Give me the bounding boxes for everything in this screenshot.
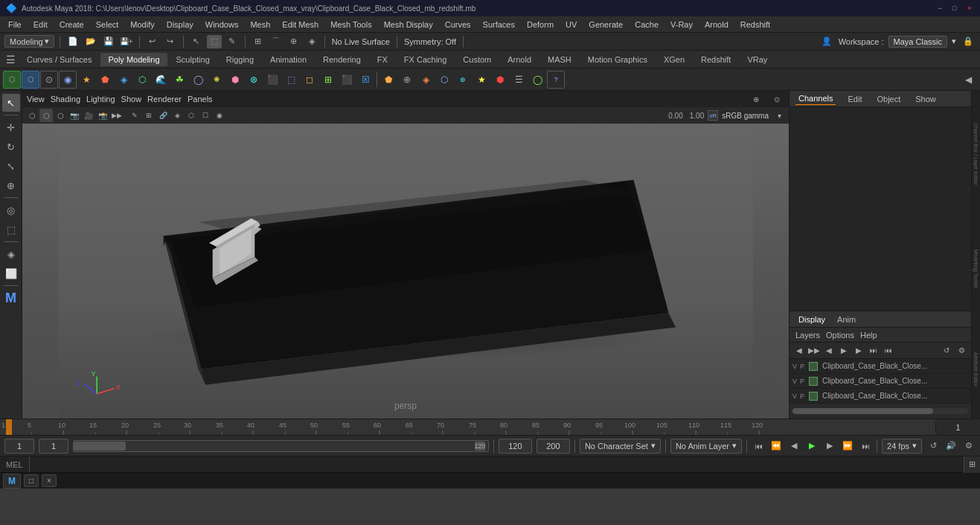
vp-xray-btn[interactable]: ◉: [213, 109, 226, 122]
layer-back-btn[interactable]: ◀: [792, 344, 806, 357]
universal-manip-button[interactable]: ⊕: [2, 176, 20, 194]
viewport[interactable]: View Shading Lighting Show Renderer Pane…: [22, 91, 789, 419]
layers-menu[interactable]: Layers: [795, 331, 820, 340]
vp-tool-1[interactable]: ⬡: [25, 109, 39, 122]
save-as-icon[interactable]: 💾+: [119, 35, 134, 48]
shelf-icon-18[interactable]: ⊞: [319, 71, 337, 89]
minimize-task-btn[interactable]: □: [24, 474, 39, 487]
shelf-icon-28[interactable]: ☰: [510, 71, 528, 89]
vp-isolate-btn[interactable]: ◈: [170, 109, 184, 122]
select-tool-button[interactable]: ↖: [2, 94, 20, 112]
open-scene-icon[interactable]: 📂: [83, 35, 98, 48]
shelf-icon-27[interactable]: ⬢: [491, 71, 509, 89]
transport-go-start[interactable]: ⏮: [752, 439, 765, 453]
mel-script-editor-btn[interactable]: ⊞: [964, 456, 980, 473]
module-menu-icon[interactable]: ☰: [3, 53, 18, 66]
menu-display[interactable]: Display: [161, 19, 199, 31]
shelf-icon-2[interactable]: ⬡: [22, 71, 39, 89]
shelf-icon-29[interactable]: ◯: [528, 71, 546, 89]
menu-file[interactable]: File: [3, 19, 27, 31]
help-menu[interactable]: Help: [860, 331, 877, 340]
menu-mesh-display[interactable]: Mesh Display: [379, 19, 438, 31]
lasso-select-icon[interactable]: ⬚: [207, 35, 222, 48]
current-frame-left[interactable]: 1: [39, 439, 68, 454]
shelf-icon-9[interactable]: 🌊: [152, 71, 170, 89]
end-frame-num[interactable]: 200: [537, 439, 570, 454]
vp-smooth-btn[interactable]: ⬡: [185, 109, 198, 122]
save-scene-icon[interactable]: 💾: [101, 35, 116, 48]
anim-layer-dropdown[interactable]: No Anim Layer ▾: [670, 439, 742, 454]
select-tool-icon[interactable]: ↖: [189, 35, 204, 48]
soft-select-button[interactable]: ◎: [2, 201, 20, 219]
tab-animation[interactable]: Animation: [263, 53, 314, 66]
viewport-menu-renderer[interactable]: Renderer: [147, 95, 182, 104]
tab-poly-modeling[interactable]: Poly Modeling: [100, 53, 167, 66]
shelf-icon-30[interactable]: ?: [547, 71, 565, 89]
layer-fwd2-btn[interactable]: ▶: [837, 344, 851, 357]
menu-mesh[interactable]: Mesh: [245, 19, 275, 31]
scene-3d[interactable]: X Y Z persp: [22, 124, 789, 419]
menu-modify[interactable]: Modify: [125, 19, 159, 31]
shelf-icon-25[interactable]: ⊛: [454, 71, 472, 89]
shelf-icon-22[interactable]: ⊕: [398, 71, 416, 89]
menu-create[interactable]: Create: [54, 19, 89, 31]
shelf-icon-1[interactable]: ⬡: [3, 71, 21, 89]
maya-logo[interactable]: M: [2, 289, 20, 307]
edit-tab[interactable]: Edit: [845, 93, 865, 105]
shelf-icon-16[interactable]: ⬚: [282, 71, 300, 89]
shelf-icon-21[interactable]: ⬟: [379, 71, 397, 89]
char-set-dropdown[interactable]: No Character Set ▾: [580, 439, 661, 454]
tab-fx[interactable]: FX: [370, 53, 395, 66]
vp-snap-btn[interactable]: 🔗: [156, 109, 170, 122]
shelf-icon-14[interactable]: ⊛: [245, 71, 263, 89]
rotate-tool-button[interactable]: ↻: [2, 138, 20, 156]
shelf-icon-24[interactable]: ⬡: [435, 71, 453, 89]
layer-play-btn[interactable]: ▶: [852, 344, 865, 357]
menu-arnold[interactable]: Arnold: [699, 19, 734, 31]
layer-fwd-btn[interactable]: ▶▶: [807, 344, 821, 357]
vp-icon-2[interactable]: ⊙: [769, 92, 784, 106]
tab-xgen[interactable]: XGen: [656, 53, 692, 66]
move-tool-button[interactable]: ✛: [2, 118, 20, 136]
maximize-button[interactable]: □: [950, 4, 959, 13]
redo-icon[interactable]: ↪: [163, 35, 178, 48]
menu-edit-mesh[interactable]: Edit Mesh: [277, 19, 324, 31]
shelf-icon-26[interactable]: ★: [473, 71, 490, 89]
layer-row-1[interactable]: V P Clipboard_Case_Black_Close...: [790, 359, 971, 374]
object-tab[interactable]: Object: [874, 93, 903, 105]
menu-deform[interactable]: Deform: [522, 19, 559, 31]
tab-mash[interactable]: MASH: [540, 53, 579, 66]
tab-sculpting[interactable]: Sculpting: [169, 53, 217, 66]
menu-windows[interactable]: Windows: [200, 19, 244, 31]
shelf-icon-12[interactable]: ❋: [208, 71, 225, 89]
tab-fx-caching[interactable]: FX Caching: [397, 53, 454, 66]
vp-tool-cam3[interactable]: 📸: [96, 109, 109, 122]
frame-slider[interactable]: 120: [73, 440, 489, 452]
vp-render-btn[interactable]: ✎: [128, 109, 141, 122]
shelf-icon-4[interactable]: ◉: [59, 71, 77, 89]
frame-slider-thumb[interactable]: [74, 442, 126, 451]
anim-tab[interactable]: Anim: [834, 314, 859, 325]
new-scene-icon[interactable]: 📄: [65, 35, 80, 48]
menu-curves[interactable]: Curves: [440, 19, 476, 31]
vp-icon-1[interactable]: ⊕: [749, 92, 763, 106]
options-menu[interactable]: Options: [826, 331, 854, 340]
shelf-icon-11[interactable]: ◯: [189, 71, 207, 89]
viewport-menu-view[interactable]: View: [27, 95, 45, 104]
transport-prev-key[interactable]: ◀: [787, 439, 801, 453]
loop-btn[interactable]: ↺: [926, 439, 940, 453]
shelf-icon-17[interactable]: ◻: [301, 71, 318, 89]
menu-mesh-tools[interactable]: Mesh Tools: [325, 19, 377, 31]
transport-step-fwd[interactable]: ⏩: [841, 439, 854, 453]
viewport-menu-shading[interactable]: Shading: [51, 95, 80, 104]
audio-btn[interactable]: 🔊: [944, 439, 958, 453]
timeline-ruler[interactable]: 1 5 10 15 20 25 30 35 40 45 50 55 60 65 …: [0, 419, 935, 436]
tab-vray[interactable]: VRay: [740, 53, 775, 66]
shelf-icon-7[interactable]: ◈: [115, 71, 132, 89]
shelf-icon-6[interactable]: ⬟: [96, 71, 114, 89]
vp-wire-btn[interactable]: ☐: [199, 109, 212, 122]
minimize-button[interactable]: −: [935, 4, 944, 13]
viewport-menu-show[interactable]: Show: [121, 95, 142, 104]
snapping-button[interactable]: ◈: [2, 245, 20, 263]
menu-vray[interactable]: V-Ray: [665, 19, 698, 31]
